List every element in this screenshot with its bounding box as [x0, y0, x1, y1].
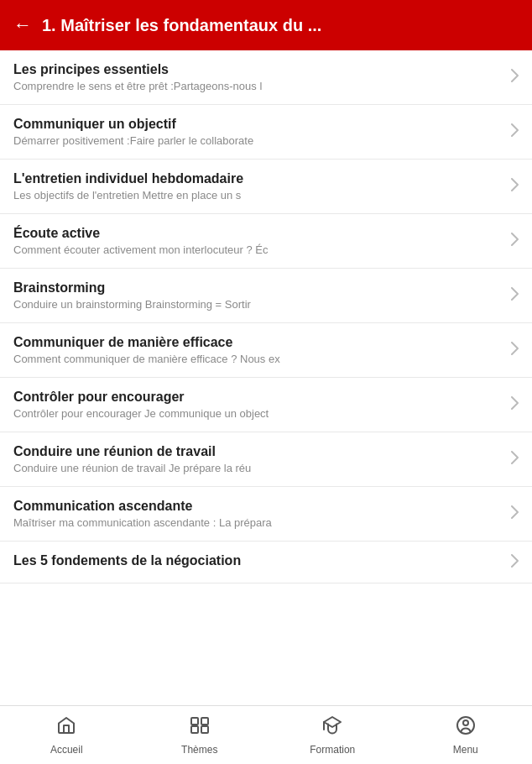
list-item[interactable]: Communication ascendanteMaîtriser ma com… [0, 487, 532, 542]
chevron-right-icon [510, 396, 519, 413]
list-item-title: Les 5 fondements de la négociation [13, 553, 503, 568]
list-item-content: BrainstormingConduire un brainstorming B… [13, 280, 503, 311]
chevron-right-icon [510, 287, 519, 304]
list-item-content: Les principes essentielsComprendre le se… [13, 62, 503, 92]
nav-item-formation[interactable]: Formation [266, 715, 399, 756]
list-item[interactable]: Écoute activeComment écouter activement … [0, 214, 532, 269]
chevron-right-icon [510, 451, 519, 468]
list-item-title: Communiquer de manière efficace [13, 335, 503, 350]
nav-item-menu[interactable]: Menu [399, 715, 533, 756]
list-item[interactable]: BrainstormingConduire un brainstorming B… [0, 269, 532, 323]
svg-rect-2 [191, 726, 198, 733]
bottom-nav: Accueil Thèmes Formation [0, 705, 532, 764]
nav-item-accueil[interactable]: Accueil [0, 715, 133, 756]
list-item-title: L'entretien individuel hebdomadaire [13, 171, 503, 186]
list-item-title: Brainstorming [13, 280, 503, 296]
list-item-subtitle: Conduire une réunion de travail Je prépa… [13, 462, 467, 474]
list-item-content: L'entretien individuel hebdomadaireLes o… [13, 171, 503, 201]
home-icon [56, 715, 76, 740]
list-item[interactable]: Contrôler pour encouragerContrôler pour … [0, 378, 532, 432]
list-item-content: Communiquer un objectifDémarrer positive… [13, 117, 503, 147]
list-item-title: Conduire une réunion de travail [13, 444, 503, 459]
chevron-right-icon [510, 123, 519, 140]
list-item[interactable]: Les 5 fondements de la négociation [0, 542, 532, 583]
list-item-subtitle: Les objectifs de l'entretien Mettre en p… [13, 189, 467, 201]
svg-rect-1 [201, 718, 208, 725]
list-item-subtitle: Contrôler pour encourager Je communique … [13, 407, 467, 420]
nav-label-formation: Formation [310, 744, 355, 756]
list-item-subtitle: Maîtriser ma communication ascendante : … [13, 516, 467, 529]
list-item[interactable]: L'entretien individuel hebdomadaireLes o… [0, 160, 532, 214]
list-item-subtitle: Démarrer positivement :Faire parler le c… [13, 134, 467, 147]
list-item[interactable]: Les principes essentielsComprendre le se… [0, 50, 532, 105]
nav-label-themes: Thèmes [181, 744, 217, 756]
nav-label-accueil: Accueil [50, 744, 83, 756]
list-item-content: Conduire une réunion de travailConduire … [13, 444, 503, 474]
page-title: 1. Maîtriser les fondamentaux du ... [42, 16, 321, 35]
list-item-title: Contrôler pour encourager [13, 390, 503, 405]
list-item-content: Contrôler pour encouragerContrôler pour … [13, 390, 503, 420]
back-button[interactable]: ← [13, 14, 32, 36]
course-list: Les principes essentielsComprendre le se… [0, 50, 532, 705]
list-item-title: Communication ascendante [13, 499, 503, 514]
list-item-content: Écoute activeComment écouter activement … [13, 226, 503, 256]
chevron-right-icon [510, 178, 519, 195]
list-item-content: Communiquer de manière efficaceComment c… [13, 335, 503, 365]
svg-rect-0 [191, 718, 198, 725]
nav-label-menu: Menu [453, 744, 478, 756]
list-item-subtitle: Comment écouter activement mon interlocu… [13, 243, 467, 256]
list-item-content: Communication ascendanteMaîtriser ma com… [13, 499, 503, 529]
app-header: ← 1. Maîtriser les fondamentaux du ... [0, 0, 532, 50]
svg-point-6 [463, 720, 468, 725]
chevron-right-icon [510, 233, 519, 249]
list-item[interactable]: Communiquer un objectifDémarrer positive… [0, 105, 532, 160]
list-item-subtitle: Conduire un brainstorming Brainstorming … [13, 298, 467, 311]
chevron-right-icon [510, 342, 519, 358]
themes-icon [190, 715, 210, 740]
nav-item-themes[interactable]: Thèmes [133, 715, 267, 756]
chevron-right-icon [510, 69, 519, 86]
svg-rect-3 [201, 726, 208, 733]
formation-icon [322, 715, 342, 740]
list-item-title: Communiquer un objectif [13, 117, 503, 132]
list-item-subtitle: Comment communiquer de manière efficace … [13, 353, 467, 365]
list-item[interactable]: Communiquer de manière efficaceComment c… [0, 323, 532, 378]
list-item-content: Les 5 fondements de la négociation [13, 553, 503, 571]
list-item-subtitle: Comprendre le sens et être prêt :Partage… [13, 80, 467, 92]
svg-marker-4 [324, 717, 341, 727]
list-item[interactable]: Conduire une réunion de travailConduire … [0, 432, 532, 487]
menu-person-icon [456, 715, 476, 740]
list-item-title: Écoute active [13, 226, 503, 241]
chevron-right-icon [510, 554, 519, 571]
chevron-right-icon [510, 505, 519, 522]
list-item-title: Les principes essentiels [13, 62, 503, 77]
